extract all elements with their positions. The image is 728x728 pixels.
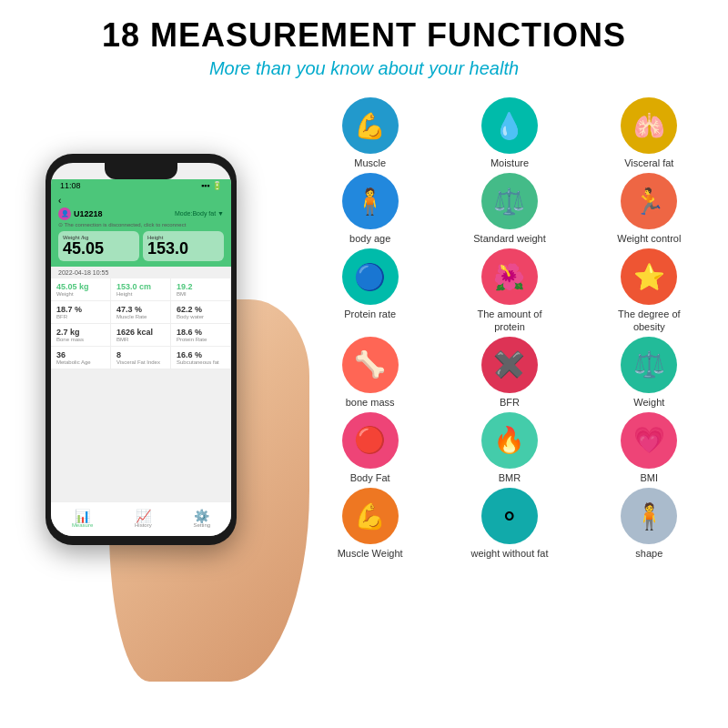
phone-mode[interactable]: Mode:Body fat ▼: [175, 210, 224, 217]
icon-item-weight[interactable]: ⚖️Weight: [580, 337, 719, 409]
data-label: Height: [116, 291, 165, 297]
icon-label: The amount of protein: [469, 308, 551, 332]
icon-item-weight-without-fat[interactable]: ⚬weight without fat: [440, 488, 579, 560]
icon-label: weight without fat: [470, 548, 548, 560]
icon-item-bmi[interactable]: 💗BMI: [580, 412, 719, 484]
data-label: BFR: [56, 314, 105, 319]
icon-item-body-fat[interactable]: 🔴Body Fat: [300, 412, 440, 484]
icon-circle: 🔵: [342, 248, 399, 305]
icon-circle: ⚖️: [621, 337, 677, 393]
phone-time: 11:08: [60, 181, 81, 190]
icon-circle: 🧍: [342, 173, 399, 229]
data-value: 45.05 kg: [56, 282, 105, 291]
height-card: Height 153.0: [143, 231, 224, 262]
icon-label: BMR: [499, 472, 521, 484]
data-label: Weight: [56, 291, 105, 297]
weight-value: 45.05: [63, 240, 135, 258]
phone-metrics: Weight /kg 45.05 Height 153.0: [58, 231, 224, 262]
icon-label: Muscle Weight: [338, 548, 403, 560]
nav-label: Setting: [193, 522, 210, 528]
data-value: 18.6 %: [177, 328, 225, 337]
icon-item-muscle-weight[interactable]: 💪Muscle Weight: [300, 488, 440, 560]
icon-item-shape[interactable]: 🧍shape: [580, 488, 719, 560]
data-cell: 62.2 %Body water: [171, 301, 231, 324]
nav-item-history[interactable]: 📈History: [135, 510, 152, 528]
phone-data-grid: 45.05 kgWeight153.0 cmHeight19.2BMI18.7 …: [51, 278, 231, 369]
icon-label: Weight: [633, 397, 664, 409]
content-area: 11:08 ▪▪▪ 🔋 ‹ 👤 U12218: [0, 79, 728, 728]
phone-header-row1: ‹: [58, 196, 224, 206]
icon-label: BFR: [500, 397, 520, 409]
data-value: 16.6 %: [177, 350, 225, 359]
nav-icon: ⚙️: [194, 510, 209, 522]
main-subtitle: More than you know about your health: [209, 58, 519, 79]
icon-item-protein-rate[interactable]: 🔵Protein rate: [300, 248, 440, 332]
icon-item-muscle[interactable]: 💪Muscle: [300, 97, 440, 169]
icon-item-bmr[interactable]: 🔥BMR: [440, 412, 579, 484]
phone-user: 👤 U12218: [58, 207, 103, 220]
user-avatar: 👤: [58, 207, 71, 220]
icon-label: Standard weight: [473, 233, 546, 245]
icon-label: Weight control: [617, 233, 681, 245]
nav-label: History: [135, 522, 152, 528]
icon-item-standard-weight[interactable]: ⚖️Standard weight: [440, 173, 579, 245]
data-cell: 45.05 kgWeight: [51, 278, 111, 301]
data-value: 8: [116, 350, 165, 359]
data-label: Body water: [177, 314, 225, 319]
icon-item-visceral-fat[interactable]: 🫁Visceral fat: [580, 97, 719, 169]
data-cell: 19.2BMI: [171, 278, 231, 301]
data-cell: 1626 kcalBMR: [111, 324, 171, 347]
data-label: Visceral Fat Index: [116, 359, 165, 365]
data-cell: 8Visceral Fat Index: [111, 347, 171, 369]
icon-item-body-age[interactable]: 🧍body age: [300, 173, 440, 245]
icon-circle: 🦴: [342, 337, 399, 393]
phone-status-bar: 11:08 ▪▪▪ 🔋: [51, 179, 231, 192]
data-value: 2.7 kg: [56, 328, 105, 337]
icon-item-weight-control[interactable]: 🏃Weight control: [580, 173, 719, 245]
icon-circle: 🌺: [481, 248, 538, 305]
user-id: U12218: [74, 209, 103, 218]
phone-body: 11:08 ▪▪▪ 🔋 ‹ 👤 U12218: [46, 154, 237, 545]
data-label: Subcutaneous fat: [177, 359, 225, 365]
icon-circle: 🧍: [621, 488, 677, 544]
height-value: 153.0: [147, 240, 219, 258]
icon-item-bone-mass[interactable]: 🦴bone mass: [300, 337, 440, 409]
icon-circle: ⚬: [481, 488, 538, 544]
data-value: 36: [56, 350, 105, 359]
data-cell: 18.6 %Protein Rate: [171, 324, 231, 347]
icon-item-moisture[interactable]: 💧Moisture: [440, 97, 579, 169]
data-cell: 47.3 %Muscle Rate: [111, 301, 171, 324]
icon-circle: 💗: [621, 412, 677, 469]
phone-notch: [105, 163, 177, 179]
data-value: 18.7 %: [56, 305, 105, 314]
icon-item-the-degree-of-obesity[interactable]: ⭐The degree of obesity: [580, 248, 719, 332]
nav-label: Measure: [72, 522, 93, 528]
phone-section: 11:08 ▪▪▪ 🔋 ‹ 👤 U12218: [9, 88, 291, 728]
back-arrow[interactable]: ‹: [58, 196, 61, 206]
weight-card: Weight /kg 45.05: [58, 231, 139, 262]
phone-date: 2022-04-18 10:55: [51, 267, 231, 278]
data-label: Muscle Rate: [116, 314, 165, 319]
data-cell: 153.0 cmHeight: [111, 278, 171, 301]
icon-circle: ✖️: [481, 337, 538, 393]
nav-item-setting[interactable]: ⚙️Setting: [193, 510, 210, 528]
main-title: 18 MEASUREMENT FUNCTIONS: [102, 16, 626, 55]
icons-section: 💪Muscle💧Moisture🫁Visceral fat🧍body age⚖️…: [300, 88, 719, 728]
icon-circle: 💪: [342, 97, 399, 154]
nav-item-measure[interactable]: 📊Measure: [72, 510, 93, 528]
icon-circle: 🔴: [342, 412, 399, 469]
phone-header: ‹ 👤 U12218 Mode:Body fat ▼ ⊙ The connect…: [51, 192, 231, 268]
data-label: BMI: [177, 291, 225, 297]
icon-label: Visceral fat: [624, 157, 673, 169]
icon-item-bfr[interactable]: ✖️BFR: [440, 337, 579, 409]
icon-label: body age: [349, 233, 390, 245]
phone-bottom-nav: 📊Measure📈History⚙️Setting: [51, 501, 231, 536]
data-cell: 36Metabolic Age: [51, 347, 111, 369]
phone-connection[interactable]: ⊙ The connection is disconnected, click …: [58, 221, 224, 228]
icon-item-the-amount-of-protein[interactable]: 🌺The amount of protein: [440, 248, 579, 332]
phone-screen: 11:08 ▪▪▪ 🔋 ‹ 👤 U12218: [51, 163, 231, 536]
data-cell: 18.7 %BFR: [51, 301, 111, 324]
data-label: BMR: [116, 337, 165, 342]
icon-label: Protein rate: [344, 308, 396, 320]
icon-circle: ⭐: [621, 248, 677, 305]
